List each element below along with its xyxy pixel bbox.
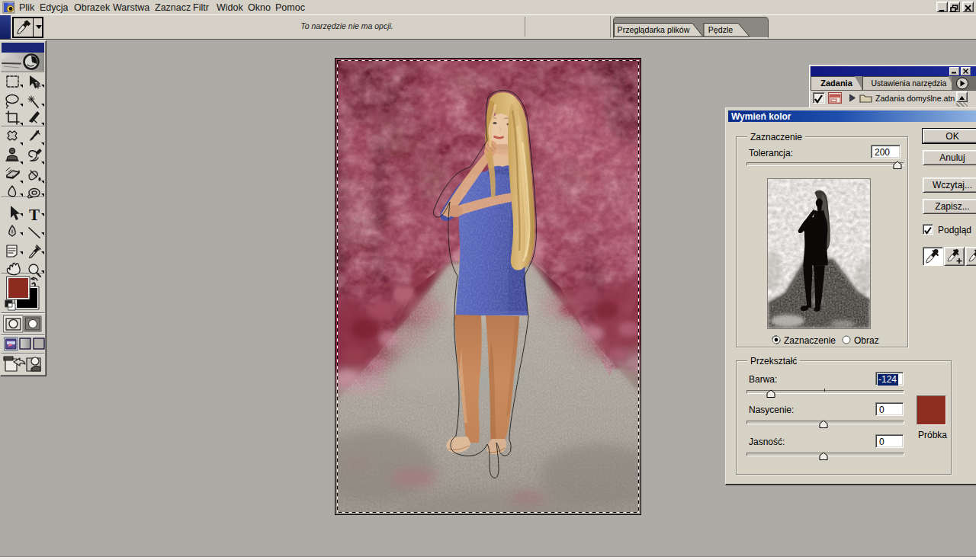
svg-text:Pędzle: Pędzle: [708, 25, 733, 34]
svg-text:Przeglądarka plików: Przeglądarka plików: [618, 25, 690, 34]
svg-text:T: T: [29, 206, 40, 224]
